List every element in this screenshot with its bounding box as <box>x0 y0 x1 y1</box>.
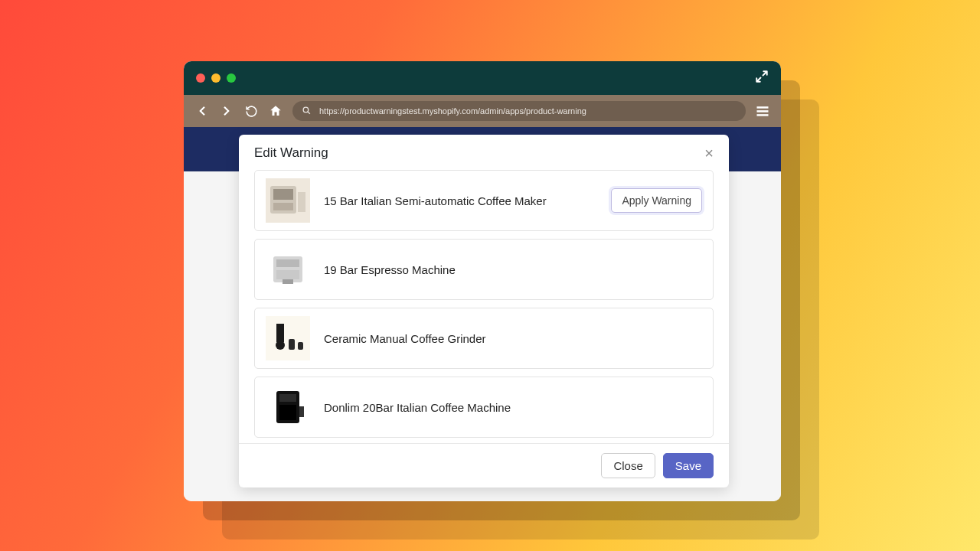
modal-body: 15 Bar Italian Semi-automatic Coffee Mak… <box>239 170 729 443</box>
save-button[interactable]: Save <box>663 453 714 478</box>
close-button[interactable]: Close <box>601 453 655 478</box>
modal-footer: Close Save <box>239 443 729 487</box>
hamburger-menu-icon[interactable] <box>755 103 770 119</box>
svg-rect-2 <box>757 110 769 112</box>
product-thumbnail <box>266 247 310 292</box>
apply-warning-button[interactable]: Apply Warning <box>611 188 702 213</box>
back-icon[interactable] <box>194 103 210 119</box>
product-thumbnail <box>266 385 310 429</box>
browser-window: https://productwarningstest.myshopify.co… <box>184 61 781 501</box>
fullscreen-icon[interactable] <box>755 70 769 86</box>
product-name: Ceramic Manual Coffee Grinder <box>324 332 702 345</box>
product-row[interactable]: 19 Bar Espresso Machine <box>254 239 714 300</box>
window-controls <box>196 73 236 83</box>
url-text: https://productwarningstest.myshopify.co… <box>319 106 586 116</box>
page-content: Edit Warning × 15 Bar Italian Semi-autom… <box>184 127 781 501</box>
window-minimize-icon[interactable] <box>211 73 220 83</box>
svg-rect-13 <box>283 279 293 284</box>
product-name: 19 Bar Espresso Machine <box>324 263 702 276</box>
reload-icon[interactable] <box>243 103 259 119</box>
svg-rect-17 <box>289 339 295 350</box>
svg-rect-7 <box>273 203 293 210</box>
svg-rect-3 <box>757 114 769 116</box>
product-row[interactable]: Donlim 20Bar Italian Coffee Machine <box>254 377 714 438</box>
product-thumbnail <box>266 316 310 360</box>
svg-rect-22 <box>279 405 296 420</box>
svg-rect-23 <box>299 406 304 417</box>
svg-point-0 <box>303 107 309 112</box>
url-bar[interactable]: https://productwarningstest.myshopify.co… <box>292 101 746 121</box>
product-row[interactable]: 15 Bar Italian Semi-automatic Coffee Mak… <box>254 170 714 231</box>
product-name: 15 Bar Italian Semi-automatic Coffee Mak… <box>324 194 597 207</box>
svg-rect-11 <box>276 259 299 267</box>
svg-point-16 <box>276 341 285 350</box>
home-icon[interactable] <box>268 103 283 119</box>
edit-warning-modal: Edit Warning × 15 Bar Italian Semi-autom… <box>239 135 729 487</box>
product-row[interactable]: Ceramic Manual Coffee Grinder <box>254 308 714 369</box>
window-close-icon[interactable] <box>196 73 205 83</box>
svg-rect-14 <box>266 316 310 360</box>
search-icon <box>302 106 312 117</box>
window-zoom-icon[interactable] <box>227 73 236 83</box>
close-icon[interactable]: × <box>704 145 714 161</box>
modal-title: Edit Warning <box>254 145 328 161</box>
product-thumbnail <box>266 178 310 223</box>
svg-rect-8 <box>298 192 305 212</box>
window-titlebar <box>184 61 781 95</box>
svg-rect-15 <box>276 324 284 342</box>
svg-rect-12 <box>276 270 299 279</box>
forward-icon[interactable] <box>219 103 234 119</box>
modal-header: Edit Warning × <box>239 135 729 170</box>
product-name: Donlim 20Bar Italian Coffee Machine <box>324 401 702 414</box>
svg-rect-6 <box>273 189 293 200</box>
svg-rect-21 <box>279 394 296 402</box>
svg-rect-18 <box>298 342 303 350</box>
browser-toolbar: https://productwarningstest.myshopify.co… <box>184 95 781 127</box>
svg-rect-1 <box>757 106 769 109</box>
